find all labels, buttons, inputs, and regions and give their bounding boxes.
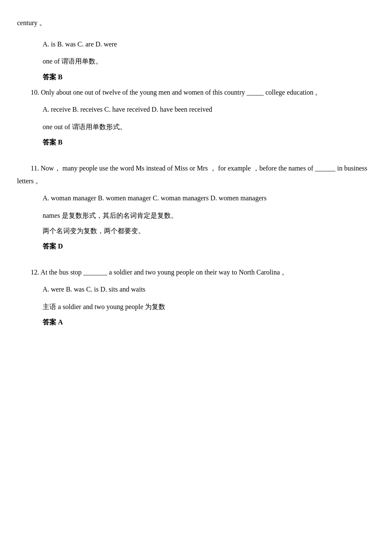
q11-explanation1: names 是复数形式，其后的名词肯定是复数。 [43, 209, 371, 222]
intro-options: A. is B. was C. are D. were [43, 38, 371, 51]
q10-options: A. receive B. receives C. have received … [43, 103, 371, 116]
q12-number: 12. [31, 269, 39, 276]
question-10: 10. Only about one out of twelve of the … [17, 86, 371, 149]
q12-text: 12. At the bus stop _______ a soldier an… [17, 266, 371, 279]
q11-text: 11. Now， many people use the word Ms ins… [17, 162, 371, 188]
q10-number: 10. [31, 89, 39, 96]
intro-explanation: one of 谓语用单数。 [43, 55, 371, 68]
q12-answer: 答案 A [43, 316, 371, 329]
q11-options: A. woman manager B. women manager C. wom… [43, 192, 371, 205]
q11-answer: 答案 D [43, 240, 371, 253]
q11-body: Now， many people use the word Ms instead… [17, 165, 367, 185]
question-11: 11. Now， many people use the word Ms ins… [17, 162, 371, 253]
q11-explanation2: 两个名词变为复数，两个都要变。 [43, 225, 371, 237]
q10-explanation: one out of 谓语用单数形式。 [43, 121, 371, 133]
q10-answer: 答案 B [43, 136, 371, 149]
intro-line: century 。 [17, 17, 371, 29]
page-content: century 。 A. is B. was C. are D. were on… [17, 17, 371, 329]
question-12: 12. At the bus stop _______ a soldier an… [17, 266, 371, 329]
intro-answer: 答案 B [43, 71, 371, 84]
q10-body: Only about one out of twelve of the youn… [39, 89, 322, 96]
q12-body: At the bus stop _______ a soldier and tw… [39, 269, 288, 276]
q10-text: 10. Only about one out of twelve of the … [17, 86, 371, 99]
q11-number: 11. [31, 165, 39, 172]
q12-explanation: 主语 a soldier and two young people 为复数 [43, 301, 371, 313]
q12-options: A. were B. was C. is D. sits and waits [43, 283, 371, 296]
